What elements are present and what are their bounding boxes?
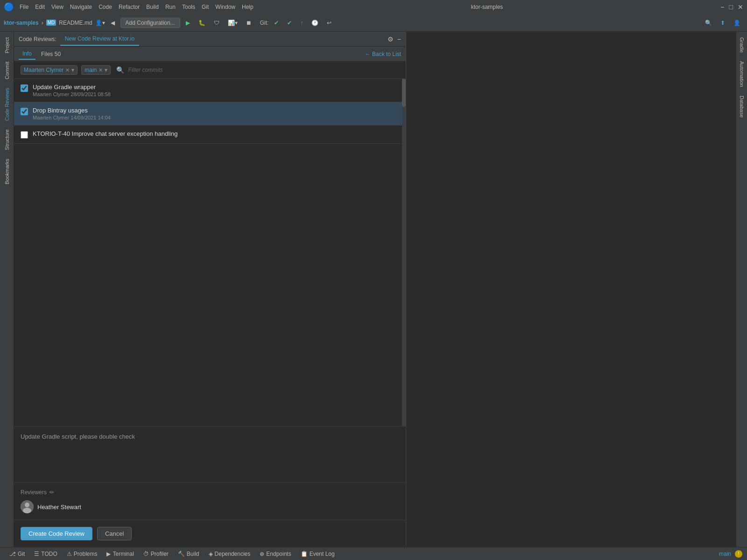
sidebar-item-bookmarks[interactable]: Bookmarks	[3, 155, 11, 188]
minimize-panel-icon[interactable]: −	[397, 35, 401, 43]
menu-bar: File Edit View Navigate Code Refactor Bu…	[20, 4, 254, 10]
scrollbar[interactable]	[402, 79, 406, 426]
coverage-button[interactable]: 🛡	[211, 18, 222, 28]
menu-build[interactable]: Build	[146, 4, 159, 10]
sidebar-item-project[interactable]: Project	[3, 34, 11, 57]
author-filter-tag[interactable]: Maarten Clymer ✕ ▾	[21, 65, 78, 75]
reviewer-item: Heather Stewart	[21, 500, 81, 513]
status-item-label: TODO	[41, 551, 57, 557]
right-sidebar-item-automation[interactable]: Automation	[738, 57, 746, 91]
status-item-icon: 📋	[301, 551, 308, 557]
menu-code[interactable]: Code	[99, 4, 112, 10]
settings-gear-icon[interactable]: ⚙	[388, 35, 394, 43]
action-buttons: Create Code Review Cancel	[14, 520, 406, 547]
menu-edit[interactable]: Edit	[35, 4, 45, 10]
author-tag-label: Maarten Clymer	[24, 67, 63, 73]
reviewers-title: Reviewers	[21, 489, 47, 496]
back-to-list-button[interactable]: ← Back to List	[365, 51, 401, 57]
title-bar: 🔵 File Edit View Navigate Code Refactor …	[0, 0, 747, 14]
author-tag-dropdown[interactable]: ▾	[71, 67, 74, 73]
sidebar-item-commit[interactable]: Commit	[3, 58, 11, 83]
status-item-build[interactable]: 🔨Build	[173, 547, 204, 560]
cancel-button[interactable]: Cancel	[97, 527, 132, 540]
commit-list: Update Gradle wrapper Maarten Clymer 28/…	[14, 79, 406, 426]
right-sidebar-item-database[interactable]: Database	[738, 92, 746, 121]
commit-meta: Maarten Clymer 28/09/2021 08:58	[33, 91, 399, 97]
file-type-badge: MD	[46, 20, 56, 26]
git-rollback-button[interactable]: ↩	[324, 18, 334, 28]
menu-window[interactable]: Window	[215, 4, 235, 10]
new-code-review-tab[interactable]: New Code Review at Ktor.io	[60, 33, 139, 46]
account-button[interactable]: 👤	[731, 18, 743, 28]
ide-update-button[interactable]: ⬆	[718, 18, 728, 28]
tab-row: Info Files 50 ← Back to List	[14, 47, 406, 62]
git-push-button[interactable]: ↑	[297, 18, 306, 28]
edit-reviewers-icon[interactable]: ✏	[49, 489, 54, 496]
user-icon[interactable]: 👤▾	[95, 20, 105, 26]
panel-header: Code Reviews: New Code Review at Ktor.io…	[14, 32, 406, 47]
status-item-terminal[interactable]: ▶Terminal	[102, 547, 138, 560]
search-everywhere-button[interactable]: 🔍	[702, 18, 715, 28]
menu-navigate[interactable]: Navigate	[70, 4, 92, 10]
back-button[interactable]: ◀	[108, 18, 118, 28]
reviewers-section: Reviewers ✏ Heather Stewart	[14, 482, 406, 520]
status-item-event log[interactable]: 📋Event Log	[296, 547, 339, 560]
status-item-label: Dependencies	[215, 551, 251, 557]
branch-filter-tag[interactable]: main ✕ ▾	[81, 65, 111, 75]
commit-content: Update Gradle wrapper Maarten Clymer 28/…	[33, 84, 399, 97]
project-name[interactable]: ktor-samples	[4, 20, 39, 26]
breadcrumb: ktor-samples › MD README.md 👤▾	[4, 20, 105, 26]
commit-item[interactable]: Drop Bintray usages Maarten Clymer 14/09…	[14, 102, 406, 126]
minimize-button[interactable]: −	[720, 3, 724, 11]
create-code-review-button[interactable]: Create Code Review	[21, 527, 92, 540]
tab-info[interactable]: Info	[19, 49, 35, 60]
menu-git[interactable]: Git	[202, 4, 209, 10]
status-item-icon: ⏱	[143, 551, 149, 557]
author-tag-remove[interactable]: ✕	[65, 67, 70, 73]
status-item-profiler[interactable]: ⏱Profiler	[139, 547, 173, 560]
menu-view[interactable]: View	[51, 4, 63, 10]
stop-button[interactable]: ⏹	[243, 18, 254, 28]
git-history-button[interactable]: 🕐	[309, 18, 321, 28]
menu-run[interactable]: Run	[165, 4, 176, 10]
window-title: ktor-samples	[259, 4, 715, 10]
scrollbar-thumb[interactable]	[402, 79, 406, 107]
file-name[interactable]: README.md	[59, 20, 92, 26]
branch-tag-dropdown[interactable]: ▾	[105, 67, 107, 73]
reviewer-avatar	[21, 500, 34, 513]
menu-refactor[interactable]: Refactor	[119, 4, 140, 10]
profile-button[interactable]: 📊▾	[225, 18, 240, 28]
tab-files[interactable]: Files 50	[37, 49, 64, 59]
maximize-button[interactable]: □	[729, 3, 733, 11]
status-item-dependencies[interactable]: ◈Dependencies	[204, 547, 255, 560]
sidebar-item-code-reviews[interactable]: Code Reviews	[3, 84, 11, 125]
add-configuration-button[interactable]: Add Configuration...	[120, 18, 180, 28]
menu-file[interactable]: File	[20, 4, 28, 10]
run-button[interactable]: ▶	[183, 18, 193, 28]
status-item-icon: 🔨	[178, 551, 185, 557]
commit-item[interactable]: KTORIO-T-40 Improve chat server exceptio…	[14, 126, 406, 144]
status-item-git[interactable]: ⎇Git	[5, 547, 29, 560]
git-green-check-button[interactable]: ✔	[284, 18, 295, 28]
close-button[interactable]: ✕	[738, 3, 743, 11]
menu-tools[interactable]: Tools	[182, 4, 195, 10]
git-checkmark-button[interactable]: ✔	[271, 18, 282, 28]
commit-checkbox[interactable]	[21, 84, 28, 92]
status-warning-icon: !	[735, 550, 742, 558]
filter-search-icon[interactable]: 🔍	[116, 66, 124, 74]
status-item-problems[interactable]: ⚠Problems	[62, 547, 102, 560]
commit-content: Drop Bintray usages Maarten Clymer 14/09…	[33, 107, 399, 120]
status-item-icon: ⚠	[67, 551, 72, 557]
commit-checkbox[interactable]	[21, 131, 28, 139]
menu-help[interactable]: Help	[242, 4, 254, 10]
status-item-endpoints[interactable]: ⊕Endpoints	[255, 547, 296, 560]
right-sidebar-item-gradle[interactable]: Gradle	[738, 34, 746, 56]
description-text: Update Gradle script, please double chec…	[21, 433, 135, 440]
status-branch[interactable]: main	[719, 551, 731, 557]
branch-tag-remove[interactable]: ✕	[99, 67, 103, 73]
commit-item[interactable]: Update Gradle wrapper Maarten Clymer 28/…	[14, 79, 406, 102]
commit-checkbox[interactable]	[21, 108, 28, 115]
debug-button[interactable]: 🐛	[196, 18, 208, 28]
sidebar-item-structure[interactable]: Structure	[3, 126, 11, 154]
status-item-todo[interactable]: ☰TODO	[29, 547, 62, 560]
